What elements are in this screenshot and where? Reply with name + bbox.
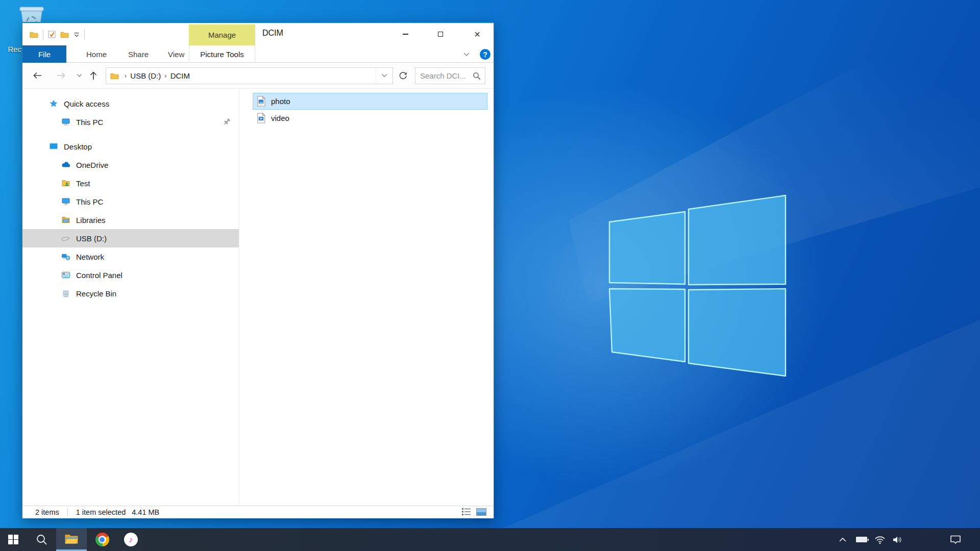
tab-view[interactable]: View — [168, 45, 184, 63]
status-selection: 1 item selected — [76, 508, 126, 516]
sidebar-item-label: Control Panel — [76, 271, 122, 280]
status-selection-size: 4.41 MB — [132, 508, 159, 516]
address-bar[interactable]: › USB (D:) › DCIM — [106, 67, 393, 84]
action-center-button[interactable] — [945, 528, 966, 551]
new-folder-icon[interactable] — [60, 31, 69, 38]
taskbar-search-button[interactable] — [30, 528, 54, 551]
sidebar-item-label: This PC — [76, 118, 103, 127]
file-explorer-window: Manage DCIM × File Home Share View Pictu… — [22, 22, 494, 518]
sidebar-item-usb-d[interactable]: USB (D:) — [22, 229, 239, 247]
status-bar: 2 items 1 item selected 4.41 MB — [22, 506, 494, 518]
address-dropdown-chevron-icon[interactable] — [376, 68, 393, 84]
sidebar-item-label: Libraries — [76, 216, 106, 224]
itunes-icon: ♪ — [124, 533, 138, 546]
toolbar-separator — [84, 30, 85, 40]
taskbar-file-explorer-button[interactable] — [56, 528, 87, 551]
sidebar-item-label: OneDrive — [76, 161, 108, 169]
customize-qat-chevron-icon[interactable] — [74, 32, 80, 38]
breadcrumb-chevron[interactable]: › — [161, 72, 170, 80]
monitor-icon — [61, 197, 70, 206]
volume-tray-icon[interactable] — [890, 528, 906, 551]
file-explorer-icon — [64, 533, 79, 545]
toolbar-separator — [43, 30, 43, 40]
sidebar-item-quick-access[interactable]: Quick access — [22, 94, 239, 113]
image-file-icon — [256, 96, 266, 107]
folder-icon[interactable] — [30, 31, 38, 38]
address-folder-icon — [110, 72, 119, 80]
sidebar-item-this-pc[interactable]: This PC — [22, 192, 239, 211]
network-icon — [61, 252, 70, 261]
thumbnail-view-icon[interactable] — [476, 508, 486, 516]
search-icon — [36, 534, 48, 546]
ribbon-tab-row: File Home Share View Picture Tools ? — [22, 45, 494, 63]
tool-tab-group-manage[interactable]: Manage — [189, 24, 255, 45]
file-row-video[interactable]: video — [253, 110, 487, 127]
speaker-icon — [892, 535, 903, 544]
help-icon[interactable]: ? — [480, 49, 491, 60]
windows-logo — [605, 194, 791, 380]
tab-file[interactable]: File — [22, 45, 66, 63]
collapse-ribbon-chevron-icon[interactable] — [462, 50, 471, 58]
maximize-button[interactable] — [429, 23, 452, 45]
refresh-button[interactable] — [395, 67, 410, 84]
taskbar-itunes-button[interactable]: ♪ — [116, 528, 145, 551]
sidebar-item-desktop[interactable]: Desktop — [22, 137, 239, 156]
search-icon[interactable] — [473, 72, 485, 80]
desktop-icon — [49, 142, 58, 151]
network-tray-icon[interactable] — [872, 528, 888, 551]
navigation-toolbar: › USB (D:) › DCIM — [22, 63, 494, 89]
sidebar-item-recycle-bin[interactable]: Recycle Bin — [22, 284, 239, 303]
quick-access-toolbar — [30, 23, 85, 46]
chevron-up-icon — [839, 537, 847, 543]
recycle-bin-icon — [61, 289, 70, 298]
minimize-button[interactable] — [394, 23, 417, 45]
sidebar-item-label: Test — [76, 179, 90, 188]
file-row-photo[interactable]: photo — [253, 93, 487, 110]
forward-button[interactable] — [54, 68, 69, 83]
sidebar-item-onedrive[interactable]: OneDrive — [22, 156, 239, 174]
up-button[interactable] — [86, 68, 101, 83]
wifi-icon — [874, 535, 886, 544]
windows-start-icon — [8, 535, 18, 545]
start-button[interactable] — [1, 528, 26, 551]
sidebar-item-label: This PC — [76, 197, 103, 206]
search-input[interactable] — [415, 71, 473, 80]
file-name: photo — [271, 97, 290, 106]
sidebar-item-network[interactable]: Network — [22, 247, 239, 266]
search-box[interactable] — [415, 67, 485, 84]
breadcrumb-usb[interactable]: USB (D:) — [130, 71, 161, 80]
tab-share[interactable]: Share — [128, 45, 149, 63]
sidebar-item-this-pc-pinned[interactable]: This PC — [22, 113, 239, 131]
file-list: photo video — [239, 89, 494, 506]
user-folder-icon — [61, 179, 70, 188]
sidebar-item-label: Desktop — [64, 142, 92, 151]
details-view-icon[interactable] — [461, 508, 471, 516]
sidebar-item-control-panel[interactable]: Control Panel — [22, 266, 239, 284]
chrome-icon — [95, 533, 109, 546]
libraries-icon — [61, 215, 70, 224]
onedrive-cloud-icon — [61, 160, 70, 169]
video-file-icon — [256, 113, 266, 123]
taskbar: ♪ — [0, 528, 980, 551]
sidebar-item-test[interactable]: Test — [22, 174, 239, 192]
hidden-icons-button[interactable] — [834, 528, 851, 551]
back-button[interactable] — [30, 68, 45, 83]
close-button[interactable]: × — [465, 23, 489, 45]
control-panel-icon — [61, 270, 70, 280]
breadcrumb-dcim[interactable]: DCIM — [170, 71, 190, 80]
tab-picture-tools[interactable]: Picture Tools — [189, 45, 255, 63]
sidebar-item-libraries[interactable]: Libraries — [22, 211, 239, 229]
sidebar-item-label: USB (D:) — [76, 234, 107, 243]
breadcrumb-chevron[interactable]: › — [121, 72, 130, 80]
recent-locations-chevron-icon[interactable] — [71, 68, 87, 83]
window-title: DCIM — [262, 29, 283, 38]
battery-icon — [856, 537, 867, 542]
usb-drive-icon — [61, 234, 70, 243]
window-content: Quick access This PC Desktop — [22, 89, 494, 506]
taskbar-chrome-button[interactable] — [88, 528, 116, 551]
tab-home[interactable]: Home — [86, 45, 107, 63]
properties-icon[interactable] — [48, 31, 56, 38]
battery-tray-icon[interactable] — [853, 528, 870, 551]
file-name: video — [271, 114, 289, 122]
star-icon — [49, 99, 58, 108]
